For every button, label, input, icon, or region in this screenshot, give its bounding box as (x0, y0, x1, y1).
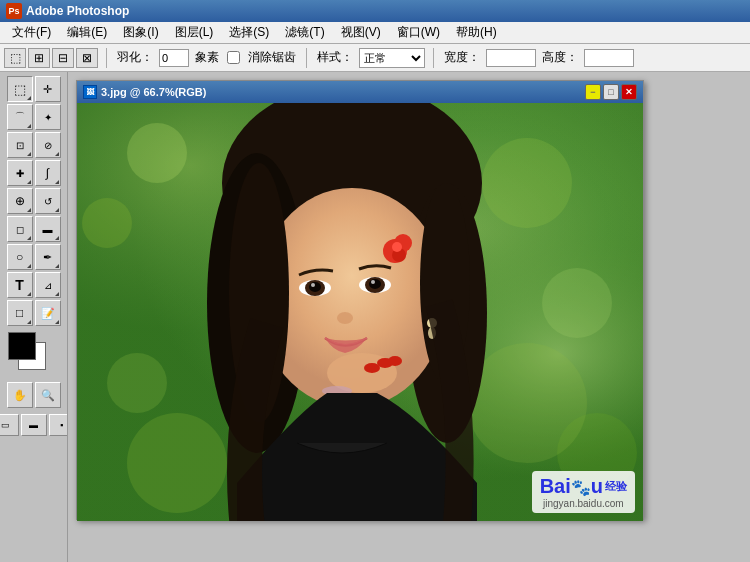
divider-2 (306, 48, 307, 68)
tool-triangle (27, 124, 31, 128)
tool-triangle (55, 292, 59, 296)
doc-minimize-btn[interactable]: − (585, 84, 601, 100)
history-brush-btn[interactable]: ↺ (35, 188, 61, 214)
svg-point-24 (369, 279, 381, 289)
menu-edit[interactable]: 编辑(E) (59, 22, 115, 43)
dodge-btn[interactable]: ○ (7, 244, 33, 270)
app-title: Adobe Photoshop (26, 4, 129, 18)
canvas-area: 🖼 3.jpg @ 66.7%(RGB) − □ ✕ (68, 72, 678, 562)
foreground-color-swatch[interactable] (8, 332, 36, 360)
tool-triangle (55, 208, 59, 212)
tool-triangle (27, 180, 31, 184)
menu-filter[interactable]: 滤镜(T) (277, 22, 332, 43)
shape-btn[interactable]: □ (7, 300, 33, 326)
lasso-tool-btn[interactable]: ⌒ (7, 104, 33, 130)
anti-alias-label: 消除锯齿 (248, 49, 296, 66)
photo-container: Bai🐾u 经验 jingyan.baidu.com (77, 103, 643, 521)
doc-controls: − □ ✕ (585, 84, 637, 100)
tool-row-8: T ⊿ (7, 272, 61, 298)
menu-window[interactable]: 窗口(W) (389, 22, 448, 43)
height-label: 高度： (542, 49, 578, 66)
history-brush-icon: ↺ (44, 196, 52, 207)
options-bar: ⬚ ⊞ ⊟ ⊠ 羽化： 象素 消除锯齿 样式： 正常 固定比例 固定大小 宽度：… (0, 44, 750, 72)
baidu-logo-text: Bai🐾u (540, 475, 603, 498)
hand-icon: ✋ (13, 389, 27, 402)
eyedropper-btn[interactable]: ⊘ (35, 132, 61, 158)
feather-unit: 象素 (195, 49, 219, 66)
divider-1 (106, 48, 107, 68)
tool-row-1: ⬚ ✛ (7, 76, 61, 102)
hand-btn[interactable]: ✋ (7, 382, 33, 408)
zoom-btn[interactable]: 🔍 (35, 382, 61, 408)
svg-point-9 (127, 413, 227, 513)
new-selection-btn[interactable]: ⬚ (4, 48, 26, 68)
clone-btn[interactable]: ⊕ (7, 188, 33, 214)
title-bar: Ps Adobe Photoshop (0, 0, 750, 22)
healing-btn[interactable]: ✚ (7, 160, 33, 186)
pen-btn[interactable]: ✒ (35, 244, 61, 270)
document-window: 🖼 3.jpg @ 66.7%(RGB) − □ ✕ (76, 80, 644, 520)
tool-triangle (27, 264, 31, 268)
fullscreen-menu-btn[interactable]: ▬ (21, 414, 47, 436)
move-tool-btn[interactable]: ✛ (35, 76, 61, 102)
marquee-tool-btn[interactable]: ⬚ (7, 76, 33, 102)
add-selection-btn[interactable]: ⊞ (28, 48, 50, 68)
pen-icon: ✒ (43, 251, 52, 264)
crop-icon: ⊡ (16, 140, 24, 151)
crop-tool-btn[interactable]: ⊡ (7, 132, 33, 158)
brush-btn[interactable]: ∫ (35, 160, 61, 186)
eraser-icon: ◻ (16, 224, 24, 235)
doc-close-btn[interactable]: ✕ (621, 84, 637, 100)
workspace: ⬚ ✛ ⌒ ✦ ⊡ ⊘ (0, 72, 750, 562)
tool-triangle (27, 96, 31, 100)
anti-alias-checkbox[interactable] (227, 51, 240, 64)
menu-select[interactable]: 选择(S) (221, 22, 277, 43)
magic-wand-icon: ✦ (44, 112, 52, 123)
doc-maximize-btn[interactable]: □ (603, 84, 619, 100)
menu-image[interactable]: 图象(I) (115, 22, 166, 43)
tool-triangle (27, 152, 31, 156)
app-icon: Ps (6, 3, 22, 19)
doc-titlebar[interactable]: 🖼 3.jpg @ 66.7%(RGB) − □ ✕ (77, 81, 643, 103)
notes-btn[interactable]: 📝 (35, 300, 61, 326)
notes-icon: 📝 (41, 307, 55, 320)
text-btn[interactable]: T (7, 272, 33, 298)
screen-modes: ▭ ▬ ▪ (0, 414, 68, 436)
doc-icon: 🖼 (83, 85, 97, 99)
mode-section: ▭ ▬ ▪ (0, 414, 68, 436)
doc-title-left: 🖼 3.jpg @ 66.7%(RGB) (83, 85, 206, 99)
menu-file[interactable]: 文件(F) (4, 22, 59, 43)
clone-icon: ⊕ (15, 194, 25, 208)
menu-help[interactable]: 帮助(H) (448, 22, 505, 43)
tool-triangle (27, 320, 31, 324)
width-input[interactable] (486, 49, 536, 67)
tool-triangle (27, 292, 31, 296)
tool-row-6: ◻ ▬ (7, 216, 61, 242)
subtract-selection-btn[interactable]: ⊟ (52, 48, 74, 68)
menu-view[interactable]: 视图(V) (333, 22, 389, 43)
svg-point-4 (482, 138, 572, 228)
height-input[interactable] (584, 49, 634, 67)
intersect-selection-btn[interactable]: ⊠ (76, 48, 98, 68)
tool-triangle (55, 152, 59, 156)
marquee-icon: ⬚ (14, 82, 26, 97)
tool-row-9: □ 📝 (7, 300, 61, 326)
gradient-btn[interactable]: ▬ (35, 216, 61, 242)
tool-row-4: ✚ ∫ (7, 160, 61, 186)
dodge-icon: ○ (16, 250, 23, 264)
style-select[interactable]: 正常 固定比例 固定大小 (359, 48, 425, 68)
svg-point-5 (542, 268, 612, 338)
feather-input[interactable] (159, 49, 189, 67)
path-select-btn[interactable]: ⊿ (35, 272, 61, 298)
eraser-btn[interactable]: ◻ (7, 216, 33, 242)
standard-screen-btn[interactable]: ▭ (0, 414, 19, 436)
menu-layer[interactable]: 图层(L) (167, 22, 222, 43)
baidu-url: jingyan.baidu.com (540, 498, 627, 509)
tool-triangle (55, 180, 59, 184)
tool-triangle (55, 236, 59, 240)
svg-point-30 (392, 242, 402, 252)
fullscreen-btn[interactable]: ▪ (49, 414, 69, 436)
svg-point-8 (107, 353, 167, 413)
magic-wand-btn[interactable]: ✦ (35, 104, 61, 130)
tool-triangle (27, 208, 31, 212)
